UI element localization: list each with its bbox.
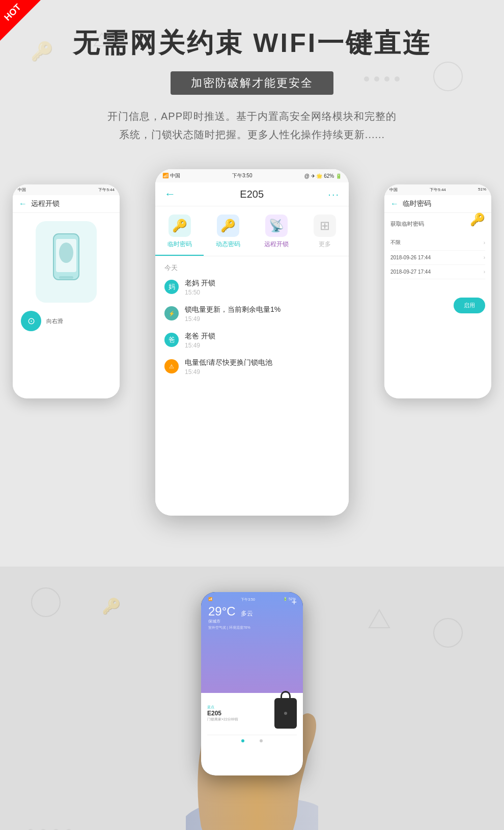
log-time-3: 15:49 [185, 342, 215, 349]
slide-text: 向右滑 [46, 317, 63, 325]
left-body: ⊙ 向右滑 [13, 213, 120, 339]
password-row-1: 不限 › [390, 235, 485, 251]
left-carrier: 中国 [18, 187, 26, 193]
mini-bottom-screen: 蓝点 E205 门锁离家×22分钟前 [201, 693, 303, 775]
right-header: ← 临时密码 [384, 195, 491, 213]
tab-remote-unlock[interactable]: 📡 远程开锁 [252, 206, 300, 256]
desc-line1: 开门信息，APP即时推送。基于内置高安全网络模块和完整的 [107, 111, 397, 122]
log-section: 今天 妈 老妈 开锁 15:50 ⚡ 锁电量更新，当前剩余电量1% 15:49 [155, 256, 349, 392]
left-back-arrow[interactable]: ← [19, 199, 27, 208]
chevron-3: › [484, 269, 485, 275]
tab-label-more: 更多 [319, 240, 331, 249]
center-status-bar: 📶 中国 下午3:50 @ ✈ 🌟 62% 🔋 [155, 169, 349, 182]
subtitle-badge: 加密防破解才能更安全 [171, 71, 333, 95]
password-label-2: 2018-09-26 17:44 [390, 255, 431, 260]
center-time: 下午3:50 [232, 172, 252, 179]
mini-device-desc: 门锁离家×22分钟前 [207, 717, 238, 722]
bottom-deco-2 [433, 618, 463, 650]
log-content-2: 锁电量更新，当前剩余电量1% 15:49 [185, 305, 281, 323]
log-time-2: 15:49 [185, 315, 281, 323]
log-entry-1: 妈 老妈 开锁 15:50 [164, 279, 340, 296]
bottom-deco-1 [31, 587, 61, 620]
center-battery: @ ✈ 🌟 62% 🔋 [304, 173, 342, 179]
tab-label-remote: 远程开锁 [264, 240, 289, 249]
mini-nav [207, 735, 297, 742]
slide-area: ⊙ 向右滑 [21, 311, 111, 331]
left-phone: 中国 下午5:44 ← 远程开锁 [13, 184, 120, 398]
right-status-bar: 中国 下午5:44 51% [384, 184, 491, 195]
mini-device-label: 蓝点 [207, 705, 238, 710]
mini-plus-button[interactable]: + [291, 597, 297, 608]
right-phone: 中国 下午5:44 51% ← 临时密码 🔑 获取临时密码 不限 › 2018-… [384, 184, 491, 398]
log-icon-3: 爸 [164, 333, 179, 347]
svg-marker-12 [369, 610, 389, 628]
tab-icon-dynamic: 🔑 [217, 215, 239, 237]
log-icon-4: ⚠ [164, 359, 179, 373]
tab-icon-remote: 📡 [265, 215, 288, 237]
left-status-bar: 中国 下午5:44 [13, 184, 120, 195]
log-title-2: 锁电量更新，当前剩余电量1% [185, 305, 281, 314]
center-more-button[interactable]: ··· [328, 189, 340, 200]
log-entry-3: 爸 老爸 开锁 15:49 [164, 332, 340, 349]
tab-temp-password[interactable]: 🔑 临时密码 [155, 206, 204, 256]
nav-mic[interactable] [260, 739, 263, 742]
center-signal: 📶 中国 [162, 172, 180, 179]
log-content-4: 电量低!请尽快更换门锁电池 15:49 [185, 358, 272, 376]
mini-screen-top: 📶 下午3:50 🔋 52% [208, 597, 296, 602]
log-content-1: 老妈 开锁 15:50 [185, 279, 215, 296]
right-title: 临时密码 [403, 199, 431, 208]
svg-rect-9 [59, 276, 73, 279]
desc-line2: 系统，门锁状态随时把握。更多人性化操作持续更新...... [119, 129, 385, 140]
log-time-4: 15:49 [185, 368, 272, 376]
left-title: 远程开锁 [31, 199, 60, 208]
password-label-1: 不限 [390, 239, 401, 246]
lock-illustration [36, 221, 97, 303]
right-key-icon: 🔑 [470, 212, 485, 227]
tab-label-temp: 临时密码 [167, 240, 192, 249]
mini-lock-icon [274, 698, 297, 729]
tab-dynamic-password[interactable]: 🔑 动态密码 [204, 206, 252, 256]
bottom-section: 🔑 📶 下午3:50 🔋 52% [0, 567, 504, 830]
log-date: 今天 [164, 263, 340, 273]
center-phone: 📶 中国 下午3:50 @ ✈ 🌟 62% 🔋 ← E205 ··· 🔑 临时密… [155, 169, 349, 516]
log-title-4: 电量低!请尽快更换门锁电池 [185, 358, 272, 367]
svg-point-8 [59, 243, 73, 263]
mini-air-desc: 室外空气优 | 环境湿度76% [208, 625, 253, 630]
mini-temp: 29°C 多云 [208, 604, 253, 619]
tab-label-dynamic: 动态密码 [216, 240, 240, 249]
mini-device-name: E205 [207, 710, 238, 717]
left-time: 下午5:44 [98, 187, 115, 193]
mini-city: 保城市 [208, 619, 253, 624]
tab-icon-temp: 🔑 [169, 215, 191, 237]
chevron-2: › [484, 255, 485, 260]
right-back-arrow[interactable]: ← [390, 199, 399, 208]
tab-more[interactable]: ⊞ 更多 [300, 206, 349, 256]
center-back-arrow[interactable]: ← [164, 188, 176, 201]
main-title: 无需网关约束 WIFI一键直连 [31, 25, 473, 61]
log-content-3: 老爸 开锁 15:49 [185, 332, 215, 349]
enable-button[interactable]: 启用 [454, 298, 485, 313]
password-label-3: 2018-09-27 17:44 [390, 269, 431, 275]
password-row-2: 2018-09-26 17:44 › [390, 251, 485, 265]
header-section: 无需网关约束 WIFI一键直连 加密防破解才能更安全 开门信息，APP即时推送。… [0, 0, 504, 159]
mini-phone-screen: 📶 下午3:50 🔋 52% 29°C 多云 保城市 室外空气优 | 环境湿度7… [201, 592, 303, 693]
log-entry-2: ⚡ 锁电量更新，当前剩余电量1% 15:49 [164, 305, 340, 323]
bottom-deco-3 [367, 607, 392, 635]
log-title-3: 老爸 开锁 [185, 332, 215, 341]
svg-point-10 [32, 588, 60, 617]
hot-badge-text: HOT [2, 2, 23, 23]
log-icon-2: ⚡ [164, 306, 179, 320]
slide-button[interactable]: ⊙ [21, 311, 41, 331]
right-carrier: 中国 [389, 187, 398, 193]
bottom-deco-key: 🔑 [102, 597, 121, 615]
log-entry-4: ⚠ 电量低!请尽快更换门锁电池 15:49 [164, 358, 340, 376]
center-title: E205 [176, 189, 328, 200]
phones-area: 中国 下午5:44 ← 远程开锁 [0, 169, 504, 567]
log-time-1: 15:50 [185, 289, 215, 296]
svg-point-11 [434, 619, 462, 647]
hand-phone-composite: 📶 下午3:50 🔋 52% 29°C 多云 保城市 室外空气优 | 环境湿度7… [155, 572, 349, 830]
nav-home[interactable] [241, 739, 244, 742]
log-icon-1: 妈 [164, 280, 179, 294]
tab-icon-more: ⊞ [314, 215, 336, 237]
password-row-3: 2018-09-27 17:44 › [390, 265, 485, 279]
